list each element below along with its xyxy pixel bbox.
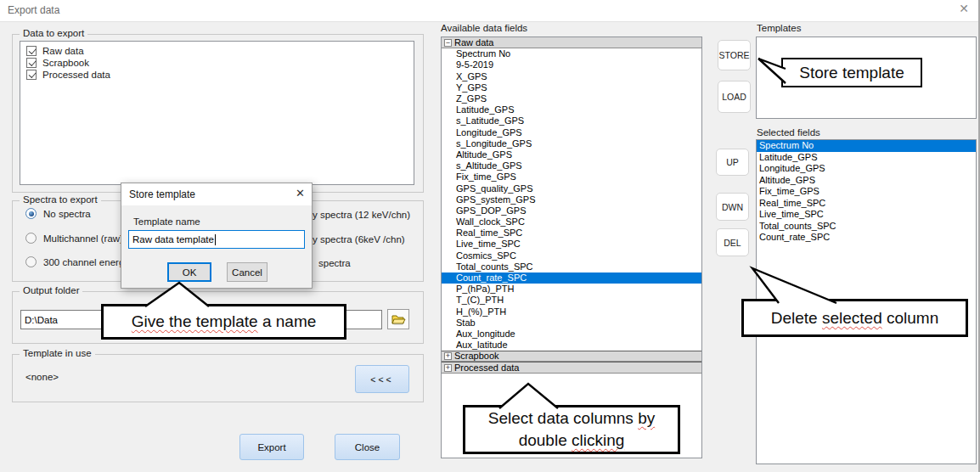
tree-item-row[interactable]: H_(%)_PTH xyxy=(442,306,701,317)
data-to-export-listbox: Raw data Scrapbook Processed data xyxy=(20,41,414,185)
row-label: Aux_longitude xyxy=(456,329,515,340)
tree-item-row[interactable]: T_(C)_PTH xyxy=(442,295,701,306)
tree-item-row[interactable]: GPS_quality_GPS xyxy=(442,183,701,194)
tree-item-row[interactable]: Cosmics_SPC xyxy=(442,250,701,261)
radio-row-no-spectra[interactable]: No spectra xyxy=(25,208,91,219)
template-name-value: Raw data template xyxy=(132,234,214,244)
tree-item-row[interactable]: 9-5-2019 xyxy=(442,59,701,70)
row-label: Y_GPS xyxy=(456,82,487,93)
spectra-option-fragment: y spectra (6keV /chn) xyxy=(313,234,405,244)
dialog-close-icon[interactable]: ✕ xyxy=(296,187,305,199)
tree-group-row[interactable]: +Scrapbook xyxy=(442,351,701,362)
selected-field-row[interactable]: Total_counts_SPC xyxy=(757,221,976,233)
available-fields-label: Available data fields xyxy=(441,23,527,33)
callout-delete-column: Delete selected column xyxy=(741,299,968,337)
tree-item-row[interactable]: Fix_time_GPS xyxy=(442,171,701,183)
row-label: T_(C)_PTH xyxy=(456,295,504,306)
tree-item-row[interactable]: GPS_DOP_GPS xyxy=(442,205,701,216)
checkbox-checked-icon[interactable] xyxy=(26,58,37,68)
output-folder-path: D:\Data xyxy=(25,315,58,325)
tree-group-row[interactable]: −Raw data xyxy=(442,37,701,48)
tree-item-row[interactable]: Latitude_GPS xyxy=(442,104,701,115)
radio-label: 300 channel energy xyxy=(43,257,129,267)
radio-row-300channel[interactable]: 300 channel energy xyxy=(25,256,129,267)
row-label: Aux_latitude xyxy=(456,340,508,351)
move-down-button[interactable]: DWN xyxy=(716,193,749,221)
checkbox-row[interactable]: Raw data xyxy=(26,46,414,56)
export-button[interactable]: Export xyxy=(239,434,304,460)
template-in-use-label: Template in use xyxy=(20,348,95,358)
window-title: Export data xyxy=(8,4,59,16)
tree-item-row[interactable]: Spectrum No xyxy=(442,48,701,59)
callout-text-squiggled: clicking xyxy=(572,431,624,449)
tree-item-row[interactable]: Count_rate_SPC xyxy=(442,273,701,284)
tree-item-row[interactable]: s_Longitude_GPS xyxy=(442,138,701,149)
tree-item-row[interactable]: Real_time_SPC xyxy=(442,228,701,239)
collapse-icon[interactable]: − xyxy=(444,39,452,47)
tree-item-row[interactable]: Aux_latitude xyxy=(442,340,701,351)
tree-item-row[interactable]: Aux_longitude xyxy=(442,329,701,340)
selected-field-row[interactable]: Latitude_GPS xyxy=(757,152,976,164)
tree-item-row[interactable]: GPS_system_GPS xyxy=(442,194,701,205)
selected-field-row[interactable]: Count_rate_SPC xyxy=(757,232,976,244)
row-label: Stab xyxy=(456,317,476,329)
row-label: GPS_quality_GPS xyxy=(456,183,533,194)
row-label: 9-5-2019 xyxy=(456,59,493,70)
row-label: Raw data xyxy=(454,37,493,48)
checkbox-row[interactable]: Processed data xyxy=(26,70,414,80)
radio-row-multichannel[interactable]: Multichannel (raw) sp xyxy=(25,233,136,244)
radio-selected-icon[interactable] xyxy=(25,208,37,219)
expand-icon[interactable]: + xyxy=(444,352,452,360)
tree-item-row[interactable]: Altitude_GPS xyxy=(442,149,701,160)
template-name-input[interactable]: Raw data template xyxy=(128,230,305,249)
selected-fields-label: Selected fields xyxy=(757,127,820,138)
row-label: Latitude_GPS xyxy=(456,104,515,115)
browse-folder-button[interactable] xyxy=(387,309,409,329)
checkbox-label: Processed data xyxy=(42,70,110,80)
tree-item-row[interactable]: X_GPS xyxy=(442,71,701,82)
available-fields-list[interactable]: −Raw dataSpectrum No9-5-2019X_GPSY_GPSZ_… xyxy=(441,37,702,458)
ok-button[interactable]: OK xyxy=(167,262,211,282)
data-to-export-label: Data to export xyxy=(20,28,87,38)
tree-group-row[interactable]: +Processed data xyxy=(442,362,701,373)
selected-field-row[interactable]: Fix_time_GPS xyxy=(757,186,976,198)
tree-item-row[interactable]: Stab xyxy=(442,317,701,329)
move-up-button[interactable]: UP xyxy=(716,149,749,176)
radio-icon[interactable] xyxy=(25,256,37,267)
store-template-button[interactable]: STORE xyxy=(718,40,751,70)
tree-item-row[interactable]: s_Latitude_GPS xyxy=(442,115,701,126)
spectra-to-export-label: Spectra to export xyxy=(20,194,101,205)
checkbox-checked-icon[interactable] xyxy=(26,70,37,80)
spectra-option-fragment: spectra xyxy=(318,258,351,268)
row-label: Z_GPS xyxy=(456,93,487,104)
tree-item-row[interactable]: Total_counts_SPC xyxy=(442,261,701,273)
checkbox-row[interactable]: Scrapbook xyxy=(26,58,414,68)
selected-field-row[interactable]: Live_time_SPC xyxy=(757,209,976,221)
callout-text: column xyxy=(882,309,939,327)
tree-item-row[interactable]: Live_time_SPC xyxy=(442,239,701,250)
callout-text: double xyxy=(519,431,572,449)
radio-icon[interactable] xyxy=(25,233,37,244)
tree-item-row[interactable]: Longitude_GPS xyxy=(442,127,701,138)
selected-field-row[interactable]: Spectrum No xyxy=(757,140,976,152)
window-close-icon[interactable]: ✕ xyxy=(953,2,975,19)
templates-label: Templates xyxy=(757,23,801,33)
selected-field-row[interactable]: Altitude_GPS xyxy=(757,175,976,187)
selected-field-row[interactable]: Real_time_SPC xyxy=(757,198,976,210)
tree-item-row[interactable]: P_(hPa)_PTH xyxy=(442,284,701,295)
load-template-button[interactable]: LOAD xyxy=(718,81,751,113)
row-label: Fix_time_GPS xyxy=(456,171,516,183)
store-template-dialog: Store template ✕ Template name Raw data … xyxy=(121,183,313,289)
tree-item-row[interactable]: s_Altitude_GPS xyxy=(442,160,701,171)
close-button[interactable]: Close xyxy=(335,434,400,460)
checkbox-checked-icon[interactable] xyxy=(26,46,37,56)
cancel-button[interactable]: Cancel xyxy=(227,262,268,282)
tree-item-row[interactable]: Z_GPS xyxy=(442,93,701,104)
recall-template-button[interactable]: <<< xyxy=(355,365,409,393)
selected-field-row[interactable]: Longitude_GPS xyxy=(757,163,976,175)
expand-icon[interactable]: + xyxy=(444,364,452,372)
delete-field-button[interactable]: DEL xyxy=(716,228,749,256)
tree-item-row[interactable]: Y_GPS xyxy=(442,82,701,93)
callout-text-squiggled: Give the template xyxy=(132,312,258,330)
tree-item-row[interactable]: Wall_clock_SPC xyxy=(442,216,701,228)
